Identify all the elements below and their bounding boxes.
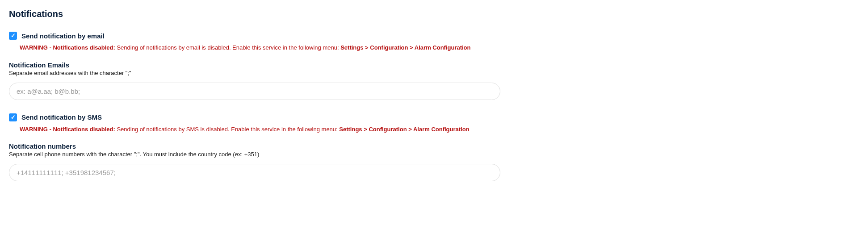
send-email-checkbox[interactable]	[9, 32, 17, 40]
sms-hint: Separate cell phone numbers with the cha…	[9, 151, 500, 158]
email-warning-prefix: WARNING - Notifications disabled:	[20, 44, 115, 51]
sms-field-title: Notification numbers	[9, 142, 500, 150]
sms-checkbox-row: Send notification by SMS	[9, 113, 500, 121]
notification-emails-input[interactable]	[9, 83, 500, 100]
email-warning-path: Settings > Configuration > Alarm Configu…	[340, 44, 470, 51]
email-checkbox-row: Send notification by email	[9, 32, 500, 40]
email-field-title: Notification Emails	[9, 61, 500, 69]
send-sms-checkbox[interactable]	[9, 113, 17, 121]
send-sms-label: Send notification by SMS	[21, 113, 102, 121]
sms-warning-body: Sending of notifications by SMS is disab…	[115, 126, 340, 133]
email-warning-body: Sending of notifications by email is dis…	[115, 44, 340, 51]
email-warning: WARNING - Notifications disabled: Sendin…	[20, 43, 500, 52]
send-email-label: Send notification by email	[21, 32, 105, 40]
email-hint: Separate email addresses with the charac…	[9, 70, 500, 76]
sms-warning-path: Settings > Configuration > Alarm Configu…	[339, 126, 469, 133]
sms-warning-prefix: WARNING - Notifications disabled:	[20, 126, 115, 133]
page-title: Notifications	[9, 9, 500, 19]
notification-numbers-input[interactable]	[9, 164, 500, 181]
sms-warning: WARNING - Notifications disabled: Sendin…	[20, 125, 500, 134]
